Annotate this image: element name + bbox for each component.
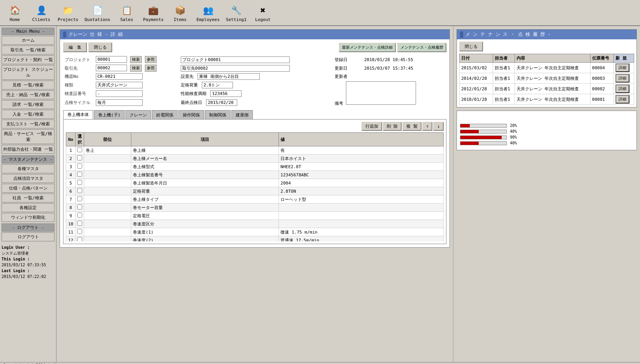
row-checkbox[interactable]	[77, 188, 82, 193]
nav-items[interactable]: 📦 Items	[168, 2, 192, 24]
project-input[interactable]	[96, 56, 127, 63]
type-input[interactable]	[96, 82, 143, 88]
sidebar-btn-spec-pattern[interactable]: 仕様・点検パターン	[2, 184, 55, 193]
sidebar-btn-cost[interactable]: 支払コスト 一覧/検索	[2, 120, 55, 128]
sidebar-btn-clients[interactable]: 取引先 一覧/検索	[2, 46, 55, 55]
edit-button[interactable]: 編 集	[63, 42, 87, 52]
row-checkbox-cell[interactable]	[76, 195, 84, 204]
install-input[interactable]	[197, 73, 260, 80]
row-checkbox-cell[interactable]	[76, 146, 84, 155]
project-name-input[interactable]	[181, 56, 290, 63]
row-checkbox-cell[interactable]	[76, 228, 84, 236]
sidebar-btn-products[interactable]: 商品・サービス 一覧/検索	[2, 129, 55, 144]
row-up-button[interactable]: ↑	[422, 122, 433, 131]
sidebar-btn-settings[interactable]: 各種設定	[2, 203, 55, 212]
nav-sales[interactable]: 📋 Sales	[115, 2, 138, 24]
row-checkbox-cell[interactable]	[76, 204, 84, 212]
row-checkbox[interactable]	[77, 237, 82, 241]
nav-home[interactable]: 🏠 Home	[3, 2, 26, 24]
sidebar-btn-invoice[interactable]: 請求 一覧/検索	[2, 100, 55, 109]
latest-maintenance-button[interactable]: 最新メンテナンス・点検詳細	[339, 43, 396, 52]
sidebar-btn-payment[interactable]: 入金 一覧/検索	[2, 110, 55, 119]
nav-setting1[interactable]: 🔧 Setting1	[224, 2, 248, 24]
nav-clients[interactable]: 👤 Clients	[30, 2, 53, 24]
client-ref-btn[interactable]: 参照	[145, 65, 157, 72]
row-checkbox-cell[interactable]	[76, 220, 84, 228]
row-department	[84, 195, 131, 204]
sidebar-btn-project-list[interactable]: プロジェクト・契約 一覧	[2, 55, 55, 64]
row-checkbox[interactable]	[77, 229, 82, 234]
row-checkbox-cell[interactable]	[76, 171, 84, 179]
row-checkbox[interactable]	[77, 164, 82, 169]
row-checkbox[interactable]	[77, 213, 82, 218]
row-checkbox[interactable]	[77, 172, 82, 177]
performance-check-input[interactable]	[210, 90, 242, 97]
row-checkbox-cell[interactable]	[76, 187, 84, 195]
tab-power[interactable]: 給電関係	[152, 110, 178, 119]
cycle-input[interactable]	[96, 99, 143, 106]
maintenance-history-button[interactable]: メンテナンス・点検履歴	[397, 43, 446, 52]
sidebar-btn-employee[interactable]: 社員 一覧/検索	[2, 193, 55, 202]
sidebar-btn-window-init[interactable]: ウィンドウ初期化	[2, 213, 55, 222]
row-checkbox-cell[interactable]	[76, 163, 84, 171]
row-copy-button[interactable]: 複 製	[402, 122, 421, 131]
nav-payments[interactable]: 💼 Payments	[141, 2, 165, 24]
row-checkbox[interactable]	[77, 204, 82, 209]
row-checkbox[interactable]	[77, 155, 82, 160]
row-checkbox[interactable]	[77, 196, 82, 201]
sidebar-btn-project-schedule[interactable]: プロジェクト スケジュール	[2, 65, 55, 80]
nav-projects[interactable]: 📁 Projects	[56, 2, 80, 24]
equipment-no-input[interactable]	[96, 73, 143, 80]
row-delete-button[interactable]: 削 除	[383, 122, 402, 131]
row-checkbox[interactable]	[77, 147, 82, 152]
client-search-btn[interactable]: 検索	[130, 65, 142, 72]
row-checkbox[interactable]	[77, 180, 82, 185]
history-detail-button[interactable]: 詳細	[615, 95, 629, 104]
tab-crane[interactable]: クレーン	[125, 110, 151, 119]
history-detail-button[interactable]: 詳細	[615, 74, 629, 83]
data-table-scroll[interactable]: No 選択 部位 項目 値 1 巻上 巻上棟 有	[66, 132, 444, 241]
progress-row: 20%	[460, 123, 633, 128]
row-checkbox-cell[interactable]	[76, 155, 84, 163]
tab-winding-child[interactable]: 巻上機(子)	[94, 110, 125, 119]
inspection-no-input[interactable]	[96, 90, 143, 97]
client-input[interactable]	[96, 65, 127, 71]
rated-load-input[interactable]	[202, 82, 233, 88]
history-close-button[interactable]: 閉じる	[459, 42, 483, 51]
nav-logout[interactable]: ✖ Logout	[251, 2, 275, 24]
memo-textarea[interactable]	[346, 81, 416, 105]
tab-operation[interactable]: 操作関係	[178, 110, 204, 119]
sidebar-btn-sales[interactable]: 売上・納品 一覧/検索	[2, 90, 55, 99]
history-detail-btn-cell[interactable]: 詳細	[614, 63, 634, 73]
nav-employees[interactable]: 👥 Employees	[195, 2, 221, 24]
row-add-button[interactable]: 行追加	[361, 122, 382, 131]
sidebar-btn-inspection-master[interactable]: 点検項目マスタ	[2, 174, 55, 183]
history-detail-button[interactable]: 詳細	[615, 84, 629, 93]
row-checkbox[interactable]	[77, 221, 82, 226]
tab-control[interactable]: 制御関係	[205, 110, 231, 119]
row-checkbox-cell[interactable]	[76, 179, 84, 187]
close-button[interactable]: 閉じる	[88, 42, 112, 52]
history-detail-btn-cell[interactable]: 詳細	[614, 84, 634, 94]
row-down-button[interactable]: ↓	[433, 122, 444, 131]
memo-cell: 備考	[327, 81, 446, 107]
tab-winding-main[interactable]: 巻上機本体	[63, 110, 93, 119]
sidebar-btn-estimate[interactable]: 見積 一覧/検索	[2, 81, 55, 90]
nav-quotations[interactable]: 📄 Quotations	[83, 2, 112, 24]
history-detail-btn-cell[interactable]: 詳細	[614, 94, 634, 105]
sidebar-btn-master[interactable]: 各種マスタ	[2, 164, 55, 173]
client-name-input[interactable]	[181, 65, 290, 72]
sidebar-btn-logout[interactable]: ログアウト	[2, 232, 55, 241]
progress-bar-bg	[460, 124, 507, 128]
tab-building[interactable]: 建屋側	[231, 110, 253, 119]
project-search-btn[interactable]: 検索	[130, 56, 142, 63]
row-checkbox-cell[interactable]	[76, 212, 84, 220]
row-no: 6	[66, 187, 76, 195]
sidebar-btn-home[interactable]: ホーム	[2, 36, 55, 45]
project-ref-btn[interactable]: 参照	[145, 56, 157, 63]
history-detail-button[interactable]: 詳細	[615, 63, 629, 72]
history-detail-btn-cell[interactable]: 詳細	[614, 73, 634, 84]
sidebar-btn-partner[interactable]: 外部協力会社・関連 一覧	[2, 145, 55, 154]
row-checkbox-cell[interactable]	[76, 236, 84, 242]
last-inspection-input[interactable]	[206, 99, 237, 106]
